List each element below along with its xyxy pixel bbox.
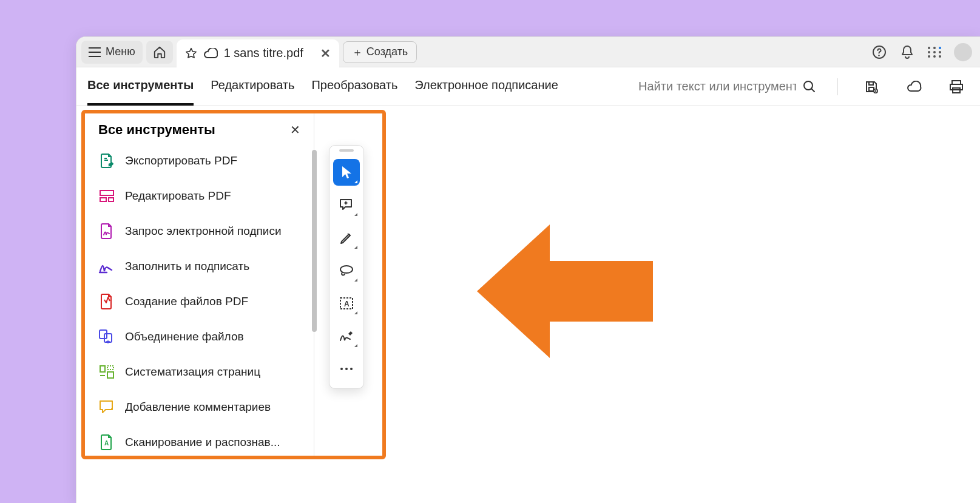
menu-label: Меню <box>106 46 135 58</box>
cloud-button[interactable] <box>901 74 927 100</box>
svg-point-21 <box>345 368 348 370</box>
quickbar-sign[interactable] <box>333 323 360 349</box>
svg-text:A: A <box>104 440 109 447</box>
tab-close-icon[interactable]: ✕ <box>309 46 331 61</box>
panel-scrollbar[interactable] <box>312 150 317 332</box>
sign-pen-icon <box>339 329 354 343</box>
app-window: Меню 1 sans titre.pdf ✕ ＋ Создать <box>76 36 980 503</box>
print-icon <box>948 79 964 94</box>
home-button[interactable] <box>146 41 173 64</box>
cloud-small-icon <box>906 81 922 93</box>
menubar-item-all-tools[interactable]: Все инструменты <box>87 67 194 106</box>
tool-combine[interactable]: Объединение файлов <box>98 323 309 350</box>
panel-close-button[interactable]: ✕ <box>290 123 300 137</box>
star-icon[interactable] <box>185 47 197 59</box>
svg-point-20 <box>340 368 343 370</box>
tool-create-pdf[interactable]: Создание файлов PDF <box>98 288 309 315</box>
tool-label: Экспортировать PDF <box>125 154 237 167</box>
cloud-icon <box>203 48 218 59</box>
menubar: Все инструменты Редактировать Преобразов… <box>76 67 980 106</box>
tool-label: Заполнить и подписать <box>125 260 249 273</box>
create-button[interactable]: ＋ Создать <box>343 41 417 63</box>
tool-scan[interactable]: A Сканирование и распознав... <box>98 429 309 456</box>
home-icon <box>153 46 166 59</box>
tool-request-sign[interactable]: Запрос электронной подписи <box>98 218 309 245</box>
svg-text:A: A <box>344 300 350 308</box>
tool-list: Экспортировать PDF Редактировать PDF Зап… <box>85 141 311 456</box>
panel-header: Все инструменты ✕ <box>85 113 311 141</box>
menubar-item-convert[interactable]: Преобразовать <box>311 67 397 106</box>
quickbar-grip[interactable] <box>339 149 354 152</box>
notifications-button[interactable] <box>895 40 919 64</box>
combine-icon <box>98 328 115 345</box>
edit-pdf-icon <box>98 187 115 204</box>
svg-rect-8 <box>100 191 113 195</box>
bell-icon <box>901 45 914 59</box>
more-icon <box>340 367 353 371</box>
svg-rect-15 <box>107 372 113 378</box>
svg-point-1 <box>878 55 879 56</box>
tool-edit-pdf[interactable]: Редактировать PDF <box>98 183 309 209</box>
cursor-icon <box>340 165 353 180</box>
request-sign-icon <box>98 223 115 240</box>
quickbar-draw[interactable] <box>333 224 360 251</box>
panel-title: Все инструменты <box>98 122 215 138</box>
scan-icon: A <box>98 434 115 451</box>
search-input[interactable] <box>638 79 796 93</box>
svg-point-22 <box>350 368 353 370</box>
search-icon <box>802 79 817 94</box>
quickbar-more[interactable] <box>333 356 360 382</box>
titlebar: Меню 1 sans titre.pdf ✕ ＋ Создать <box>76 37 980 67</box>
all-tools-panel: Все инструменты ✕ Экспортировать PDF <box>85 113 382 456</box>
help-button[interactable] <box>867 40 891 64</box>
export-pdf-icon <box>98 152 115 169</box>
menu-button[interactable]: Меню <box>81 41 143 64</box>
menubar-item-esign[interactable]: Электронное подписание <box>414 67 558 106</box>
print-button[interactable] <box>944 74 969 100</box>
tool-label: Запрос электронной подписи <box>125 224 282 238</box>
tool-comment[interactable]: Добавление комментариев <box>98 394 309 420</box>
apps-button[interactable] <box>923 40 947 64</box>
tool-label: Объединение файлов <box>125 330 244 343</box>
avatar-icon <box>954 43 972 61</box>
svg-rect-9 <box>100 198 106 201</box>
create-pdf-icon <box>98 293 115 310</box>
search-box[interactable] <box>638 79 817 94</box>
quickbar-textbox[interactable]: A <box>333 290 360 317</box>
help-icon <box>872 45 887 59</box>
app-grid-icon <box>928 47 942 58</box>
fill-sign-icon <box>98 258 115 275</box>
comment-icon <box>98 399 115 416</box>
organize-icon <box>98 363 115 380</box>
plus-icon: ＋ <box>352 45 363 59</box>
document-tab[interactable]: 1 sans titre.pdf ✕ <box>177 39 339 67</box>
annotation-arrow <box>477 224 653 358</box>
stage: Все инструменты ✕ Экспортировать PDF <box>76 106 980 503</box>
svg-rect-10 <box>109 198 113 201</box>
menubar-item-edit[interactable]: Редактировать <box>211 67 294 106</box>
svg-rect-4 <box>869 82 873 85</box>
tool-label: Сканирование и распознав... <box>125 436 280 449</box>
textbox-icon: A <box>339 297 354 310</box>
tool-label: Добавление комментариев <box>125 400 271 414</box>
tab-title: 1 sans titre.pdf <box>224 46 303 60</box>
hamburger-icon <box>89 47 101 57</box>
quickbar-select[interactable] <box>333 159 360 186</box>
tool-label: Редактировать PDF <box>125 189 231 203</box>
pencil-icon <box>339 231 354 245</box>
quickbar-lasso[interactable] <box>333 257 360 284</box>
tool-label: Систематизация страниц <box>125 365 260 379</box>
save-button[interactable] <box>859 74 884 100</box>
create-label: Создать <box>367 46 408 58</box>
tool-organize[interactable]: Систематизация страниц <box>98 359 309 385</box>
tool-export-pdf[interactable]: Экспортировать PDF <box>98 147 309 174</box>
lasso-icon <box>339 265 354 277</box>
tool-fill-sign[interactable]: Заполнить и подписать <box>98 253 309 280</box>
quickbar: A <box>329 145 364 389</box>
account-button[interactable] <box>951 40 975 64</box>
note-icon <box>339 198 354 212</box>
tool-label: Создание файлов PDF <box>125 295 248 308</box>
svg-rect-3 <box>869 87 874 91</box>
quickbar-add-note[interactable] <box>333 192 360 218</box>
svg-rect-13 <box>100 366 105 372</box>
